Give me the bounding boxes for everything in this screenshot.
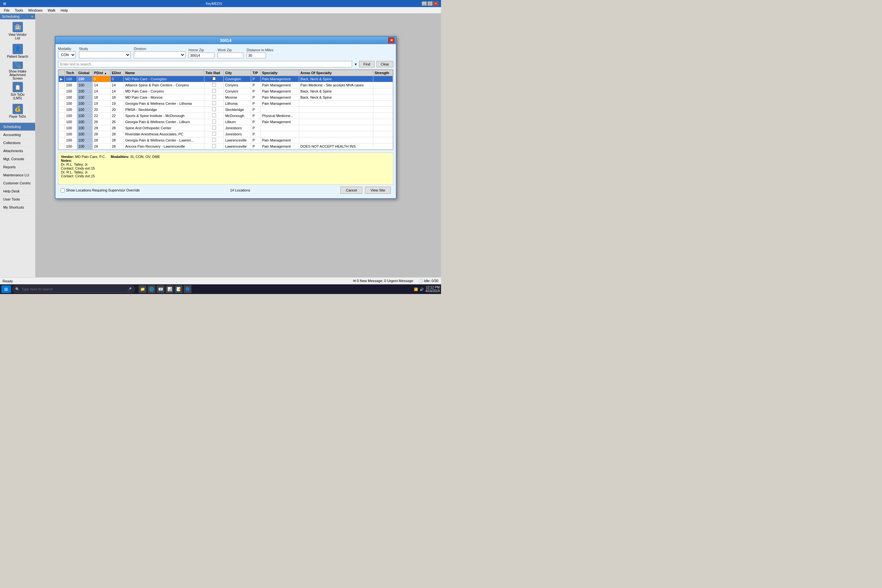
table-row[interactable]: 100 100 26 26 Georgia Pain & Wellness Ce… [58, 119, 393, 125]
col-tele-rad[interactable]: Tele Rad [204, 70, 224, 76]
app-icon: 🖥 [3, 2, 6, 6]
sidebar-btn-patient-search[interactable]: 👤 Patient Search [6, 41, 29, 61]
col-city[interactable]: City [224, 70, 251, 76]
modalities-label: Modalities: [111, 155, 129, 159]
modality-select[interactable]: CON MRI CT SI OV DME [58, 51, 76, 58]
search-input[interactable] [58, 61, 352, 68]
cell-tele-rad [204, 137, 224, 144]
sidebar-item-scheduling[interactable]: Scheduling [0, 123, 35, 131]
taskbar-search-input[interactable] [22, 287, 125, 291]
cell-areas: Pain Medicine - Site accepts MVA cases [299, 82, 373, 88]
taskbar-icon-3[interactable]: 📧 [157, 285, 164, 293]
sidebar-btn-sch-todo[interactable]: 📋 Sch ToDo (LMS) [6, 81, 29, 100]
cell-tp: P [251, 76, 261, 82]
taskbar-icon-6[interactable]: 🔵 [184, 285, 192, 293]
col-tp[interactable]: T/P [251, 70, 261, 76]
study-select[interactable] [79, 51, 130, 58]
sidebar-collapse-icon[interactable]: « [31, 15, 33, 18]
tele-rad-checkbox[interactable] [212, 114, 216, 117]
cell-global: 100 [77, 137, 93, 144]
table-row[interactable]: 100 100 18 18 MD Pain Care - Monroe Monr… [58, 94, 393, 100]
tele-rad-checkbox[interactable] [212, 138, 216, 142]
col-areas[interactable]: Areas Of Specialty [299, 70, 373, 76]
tele-rad-checkbox[interactable] [212, 107, 216, 111]
tele-rad-checkbox[interactable] [212, 144, 216, 148]
close-button[interactable]: ✕ [433, 1, 438, 6]
menu-file[interactable]: File [1, 8, 12, 13]
sidebar-item-reports[interactable]: Reports [0, 163, 35, 171]
volume-icon: 🔊 [420, 288, 424, 291]
table-row[interactable]: ▶ 100 100 0 0 MD Pain Care - Covington C… [58, 76, 393, 82]
menu-help[interactable]: Help [58, 8, 70, 13]
cell-name: Ancora Pain Recovery - Lawrenceville [124, 144, 204, 150]
cell-specialty: Pain Management [261, 119, 299, 125]
menu-windows[interactable]: Windows [26, 8, 45, 13]
cell-global: 100 [77, 82, 93, 88]
table-row[interactable]: 100 100 14 14 Alliance Spine & Pain Cent… [58, 82, 393, 88]
taskbar-icon-5[interactable]: 📝 [175, 285, 183, 293]
sidebar-item-maintenance-lu[interactable]: Maintenance LU [0, 171, 35, 179]
tele-rad-checkbox[interactable] [212, 101, 216, 105]
col-edist[interactable]: EDist [110, 70, 124, 76]
col-global[interactable]: Global [77, 70, 93, 76]
work-zip-input[interactable] [218, 52, 243, 58]
sidebar-item-accounting[interactable]: Accounting [0, 131, 35, 139]
dialog-footer: Show Locations Requiring Supervisor Over… [58, 185, 393, 196]
sidebar-item-customer-centric[interactable]: Customer Centric [0, 179, 35, 187]
maximize-button[interactable]: □ [428, 1, 433, 6]
cell-pdist: 28 [93, 131, 110, 137]
table-row[interactable]: 100 100 28 28 Ancora Pain Recovery - Law… [58, 144, 393, 150]
table-row[interactable]: 100 100 14 14 MD Pain Care - Conyers Con… [58, 88, 393, 94]
find-button[interactable]: Find [359, 61, 374, 68]
taskbar-icon-1[interactable]: 📁 [139, 285, 146, 293]
dialog-close-button[interactable]: ✕ [388, 38, 394, 43]
col-name[interactable]: Name [124, 70, 204, 76]
division-select[interactable] [134, 51, 185, 58]
tele-rad-checkbox[interactable] [212, 95, 216, 99]
sidebar-btn-view-vendor[interactable]: 🏥 View Vendor List [6, 21, 29, 40]
table-row[interactable]: 100 100 28 28 Riverdale Anesthesia Assoc… [58, 131, 393, 137]
tele-rad-checkbox[interactable] [212, 83, 216, 87]
sidebar-item-collections[interactable]: Collections [0, 139, 35, 147]
sidebar-btn-payer-todo[interactable]: 💰 Payer ToDo [6, 101, 29, 121]
tele-rad-checkbox[interactable] [212, 132, 216, 136]
home-zip-label: Home Zip [189, 48, 214, 52]
tele-rad-checkbox[interactable] [212, 89, 216, 93]
row-marker [58, 119, 65, 125]
table-row[interactable]: 100 100 22 22 Sports & Spine Institute -… [58, 113, 393, 119]
taskbar-icon-2[interactable]: 🌐 [148, 285, 155, 293]
sidebar-item-attachments[interactable]: Attachments [0, 147, 35, 155]
tele-rad-checkbox[interactable] [212, 77, 216, 81]
table-row[interactable]: 100 100 19 19 Georgia Pain & Wellness Ce… [58, 100, 393, 107]
sidebar-item-mgt-console[interactable]: Mgt. Console [0, 155, 35, 163]
cell-city: Conyers [224, 88, 251, 94]
sidebar-item-user-tools[interactable]: User Tools [0, 195, 35, 203]
sidebar-item-help-desk[interactable]: Help Desk [0, 187, 35, 195]
table-row[interactable]: 100 100 28 28 Georgia Pain & Wellness Ce… [58, 137, 393, 144]
view-site-button[interactable]: View Site [365, 187, 391, 194]
table-row[interactable]: 100 100 20 20 PMSA - Stockbridge Stockbr… [58, 107, 393, 113]
search-dropdown-icon[interactable]: ▼ [354, 63, 357, 66]
menu-tools[interactable]: Tools [12, 8, 26, 13]
start-button[interactable]: ⊞ [1, 285, 11, 293]
table-row[interactable]: 100 100 28 28 Spine And Orthopedic Cente… [58, 125, 393, 131]
sidebar-item-my-shortcuts[interactable]: My Shortcuts [0, 203, 35, 212]
taskbar-icon-4[interactable]: 📊 [166, 285, 173, 293]
row-marker [58, 82, 65, 88]
tele-rad-checkbox[interactable] [212, 120, 216, 123]
sidebar-btn-intake[interactable]: 📎 Show Intake Attachment Screen [6, 61, 29, 81]
cancel-button[interactable]: Cancel [340, 187, 362, 194]
table-wrapper[interactable]: Tech Global PDist ▲ EDist Name Tele Rad … [58, 69, 393, 150]
tele-rad-checkbox[interactable] [212, 126, 216, 130]
menu-walk[interactable]: Walk [45, 8, 58, 13]
minimize-button[interactable]: _ [422, 1, 427, 6]
col-tech[interactable]: Tech [65, 70, 77, 76]
supervisor-checkbox[interactable] [61, 188, 65, 192]
col-specialty[interactable]: Specialty [261, 70, 299, 76]
distance-input[interactable]: 30 [247, 52, 266, 58]
clear-button[interactable]: Clear [376, 61, 393, 68]
col-strength[interactable]: Strength [373, 70, 393, 76]
col-pdist[interactable]: PDist ▲ [93, 70, 110, 76]
taskbar-search-area[interactable]: 🔍 🎤 [12, 286, 135, 293]
home-zip-input[interactable]: 30014 [189, 52, 214, 58]
